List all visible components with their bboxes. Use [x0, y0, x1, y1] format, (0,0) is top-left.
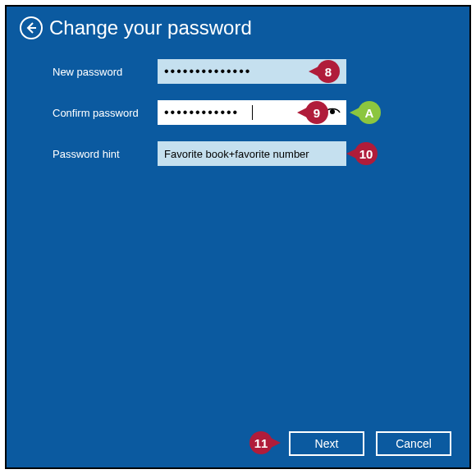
callout-8: 8: [317, 60, 340, 83]
new-password-row: New password 8: [53, 59, 456, 84]
change-password-window: Change your password New password 8 Conf…: [5, 5, 471, 469]
password-hint-label: Password hint: [53, 148, 158, 160]
next-button[interactable]: Next: [289, 431, 364, 456]
text-caret: [252, 105, 253, 120]
back-arrow-icon: [25, 21, 38, 35]
callout-11: 11: [249, 431, 272, 454]
password-hint-input[interactable]: [158, 141, 346, 166]
password-hint-row: Password hint 10: [53, 141, 456, 166]
footer-buttons: Next Cancel: [289, 431, 451, 456]
page-title: Change your password: [49, 16, 252, 39]
cancel-button[interactable]: Cancel: [376, 431, 451, 456]
callout-a: A: [358, 101, 381, 124]
form-area: New password 8 Confirm password 9 A: [7, 43, 469, 166]
callout-10: 10: [355, 142, 378, 165]
header: Change your password: [7, 7, 469, 43]
password-hint-field-wrap: [158, 141, 346, 166]
confirm-password-label: Confirm password: [53, 107, 158, 119]
back-button[interactable]: [20, 16, 43, 39]
confirm-password-row: Confirm password 9 A: [53, 100, 456, 125]
svg-point-1: [330, 109, 335, 114]
new-password-label: New password: [53, 66, 158, 78]
callout-9: 9: [305, 101, 328, 124]
